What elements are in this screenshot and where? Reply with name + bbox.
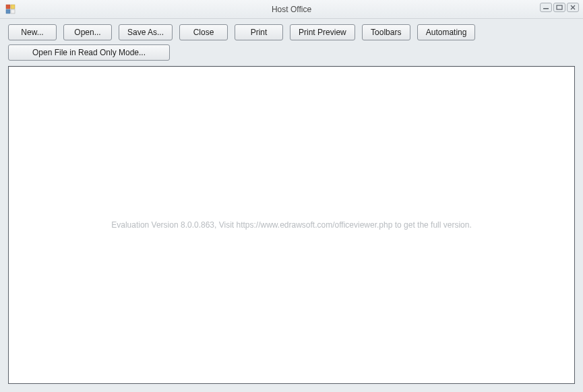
window-title: Host Office [272,5,311,14]
evaluation-watermark: Evaluation Version 8.0.0.863, Visit http… [111,220,472,230]
print-preview-button[interactable]: Print Preview [290,24,355,40]
app-icon [5,4,16,15]
minimize-button[interactable] [540,3,552,12]
svg-rect-0 [6,5,10,9]
save-as-button[interactable]: Save As... [119,24,173,40]
close-icon [570,5,576,10]
title-bar: Host Office [0,0,583,19]
window-controls [540,3,579,12]
svg-rect-1 [11,5,15,9]
automating-button[interactable]: Automating [417,24,476,40]
open-readonly-button[interactable]: Open File in Read Only Mode... [8,44,170,61]
svg-rect-5 [557,5,562,9]
close-button[interactable] [567,3,579,12]
svg-rect-4 [543,8,549,9]
minimize-icon [543,5,549,10]
svg-rect-2 [6,9,10,13]
content-area: New... Open... Save As... Close Print Pr… [0,19,583,392]
svg-rect-3 [11,9,15,13]
toolbars-button[interactable]: Toolbars [362,24,410,40]
close-document-button[interactable]: Close [179,24,228,40]
maximize-button[interactable] [553,3,565,12]
maximize-icon [556,5,563,10]
document-container: Evaluation Version 8.0.0.863, Visit http… [8,66,575,384]
open-button[interactable]: Open... [63,24,112,40]
print-button[interactable]: Print [235,24,283,40]
toolbar: New... Open... Save As... Close Print Pr… [8,24,575,61]
new-button[interactable]: New... [8,24,57,40]
host-office-window: Host Office New... Open... [0,0,583,392]
